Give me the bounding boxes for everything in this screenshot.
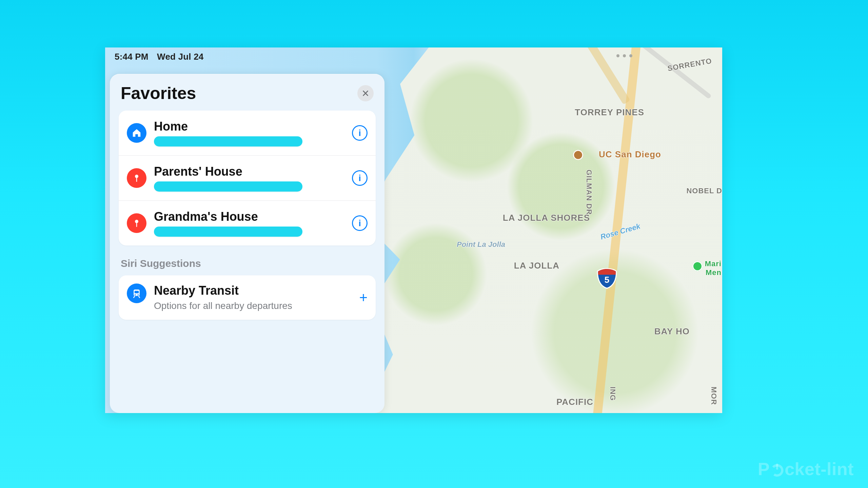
map-label-gilman: GILMAN DR	[585, 170, 593, 215]
map-label-men[interactable]: Men	[706, 269, 722, 277]
suggestion-subtitle: Options for all nearby departures	[154, 300, 296, 312]
poi-education-icon[interactable]	[573, 150, 583, 160]
favorite-row-grandma[interactable]: Grandma's House i	[119, 201, 376, 246]
status-date: Wed Jul 24	[157, 52, 203, 62]
svg-point-1	[135, 175, 138, 178]
favorites-card: Home i Parents' House i	[119, 111, 376, 246]
svg-point-3	[135, 220, 138, 223]
info-button[interactable]: i	[352, 125, 368, 141]
add-suggestion-button[interactable]: +	[359, 291, 368, 305]
transit-icon	[127, 284, 146, 303]
svg-point-7	[135, 294, 136, 296]
app-frame: SORRENTO TORREY PINES UC San Diego NOBEL…	[105, 47, 722, 413]
map-label-pacific: PACIFIC	[556, 397, 593, 407]
svg-rect-6	[135, 291, 139, 294]
map-label-torrey: TORREY PINES	[575, 107, 644, 118]
redacted-address	[154, 227, 302, 237]
svg-rect-4	[136, 223, 137, 227]
svg-text:5: 5	[605, 275, 609, 285]
favorite-title: Home	[154, 119, 344, 134]
power-icon	[770, 462, 785, 477]
status-bar: 5:44 PM Wed Jul 24	[115, 52, 203, 62]
svg-rect-10	[776, 464, 778, 470]
suggestion-card[interactable]: Nearby Transit Options for all nearby de…	[119, 275, 376, 320]
close-icon	[362, 90, 369, 97]
map-label-nobel: NOBEL D	[686, 187, 722, 195]
map-landmass	[364, 47, 722, 413]
redacted-address	[154, 136, 302, 147]
window-controls[interactable]	[616, 54, 632, 57]
interstate-shield-icon[interactable]: 5	[597, 268, 617, 289]
watermark: Pcket-lint	[758, 459, 854, 479]
poi-park-icon[interactable]	[692, 261, 703, 271]
favorites-panel: Favorites Home i Pa	[110, 74, 384, 413]
panel-title: Favorites	[121, 83, 196, 103]
favorite-title: Grandma's House	[154, 210, 344, 224]
favorite-title: Parents' House	[154, 164, 344, 179]
pin-icon	[127, 213, 146, 233]
favorite-row-home[interactable]: Home i	[119, 111, 376, 156]
map-label-mari[interactable]: Mari	[705, 260, 722, 268]
map-label-bayho: BAY HO	[654, 326, 690, 337]
map-label-ucsd[interactable]: UC San Diego	[599, 149, 661, 160]
map-label-ing: ING	[608, 387, 617, 401]
map-label-point-la-jolla: Point La Jolla	[457, 240, 505, 249]
favorite-row-parents[interactable]: Parents' House i	[119, 156, 376, 201]
svg-point-8	[138, 294, 139, 296]
suggestion-title: Nearby Transit	[154, 284, 352, 298]
map-label-lajolla-shores: LA JOLLA SHORES	[503, 213, 590, 223]
status-time: 5:44 PM	[115, 52, 149, 62]
home-icon	[127, 123, 146, 143]
suggestions-heading: Siri Suggestions	[121, 258, 374, 269]
map-label-mor: MOR	[709, 387, 718, 405]
redacted-address	[154, 181, 302, 192]
map-label-lajolla: LA JOLLA	[514, 260, 559, 271]
pin-icon	[127, 168, 146, 188]
info-button[interactable]: i	[352, 215, 368, 231]
svg-rect-2	[136, 178, 137, 182]
info-button[interactable]: i	[352, 170, 368, 186]
close-button[interactable]	[357, 85, 374, 101]
